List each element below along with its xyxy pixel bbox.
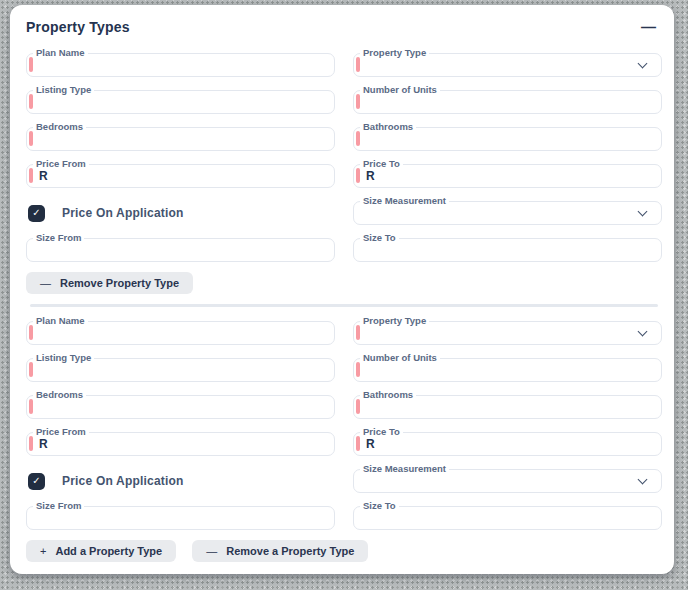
listing-type-label: Listing Type <box>33 353 94 363</box>
size-to-field: Size To <box>353 506 662 530</box>
remove-a-property-type-button[interactable]: — Remove a Property Type <box>192 540 368 562</box>
number-of-units-field: Number of Units <box>353 90 662 114</box>
bathrooms-label: Bathrooms <box>360 390 416 400</box>
price-on-application-row: ✓ Price On Application <box>26 201 335 225</box>
required-marker <box>356 436 360 451</box>
bedrooms-label: Bedrooms <box>33 122 86 132</box>
section-divider <box>30 304 658 307</box>
remove-a-property-type-button-label: Remove a Property Type <box>226 545 354 557</box>
footer-actions: + Add a Property Type — Remove a Propert… <box>26 540 662 562</box>
price-from-label: Price From <box>33 427 89 437</box>
required-marker <box>356 131 360 146</box>
bathrooms-field: Bathrooms <box>353 127 662 151</box>
page-title: Property Types <box>26 19 130 35</box>
add-property-type-button-label: Add a Property Type <box>55 545 162 557</box>
property-type-select[interactable]: Property Type <box>353 321 662 345</box>
property-type-label: Property Type <box>360 316 429 326</box>
size-from-label: Size From <box>33 501 84 511</box>
plan-name-label: Plan Name <box>33 316 88 326</box>
bedrooms-field: Bedrooms <box>26 127 335 151</box>
price-from-label: Price From <box>33 159 89 169</box>
price-to-label: Price To <box>360 427 403 437</box>
bedrooms-field: Bedrooms <box>26 395 335 419</box>
number-of-units-field: Number of Units <box>353 358 662 382</box>
size-from-field: Size From <box>26 506 335 530</box>
remove-property-type-button[interactable]: — Remove Property Type <box>26 272 193 294</box>
size-measurement-select[interactable]: Size Measurement <box>353 201 662 225</box>
minus-icon: — <box>206 545 217 557</box>
required-marker <box>29 325 33 340</box>
required-marker <box>29 131 33 146</box>
listing-type-field: Listing Type <box>26 358 335 382</box>
size-to-input[interactable] <box>353 506 662 530</box>
number-of-units-label: Number of Units <box>360 85 440 95</box>
property-type-section: Plan Name Property Type Listing Type Num… <box>26 321 662 530</box>
price-from-field: Price From <box>26 164 335 188</box>
price-from-field: Price From <box>26 432 335 456</box>
bathrooms-field: Bathrooms <box>353 395 662 419</box>
size-measurement-label: Size Measurement <box>360 464 449 474</box>
size-from-field: Size From <box>26 238 335 262</box>
size-to-field: Size To <box>353 238 662 262</box>
listing-type-field: Listing Type <box>26 90 335 114</box>
price-on-application-row: ✓ Price On Application <box>26 469 335 493</box>
price-to-field: Price To <box>353 164 662 188</box>
remove-property-type-button-label: Remove Property Type <box>60 277 179 289</box>
price-on-application-checkbox[interactable]: ✓ <box>28 473 45 490</box>
minus-icon: — <box>40 277 51 289</box>
collapse-icon[interactable]: — <box>641 21 656 33</box>
bedrooms-label: Bedrooms <box>33 390 86 400</box>
price-on-application-label: Price On Application <box>62 206 184 220</box>
required-marker <box>29 399 33 414</box>
add-property-type-button[interactable]: + Add a Property Type <box>26 540 176 562</box>
required-marker <box>356 362 360 377</box>
required-marker <box>356 399 360 414</box>
size-from-label: Size From <box>33 233 84 243</box>
required-marker <box>29 94 33 109</box>
property-type-section: Plan Name Property Type Listing Type Num… <box>26 53 662 294</box>
check-icon: ✓ <box>32 476 40 486</box>
property-type-select[interactable]: Property Type <box>353 53 662 77</box>
price-to-label: Price To <box>360 159 403 169</box>
required-marker <box>356 168 360 183</box>
plan-name-label: Plan Name <box>33 48 88 58</box>
check-icon: ✓ <box>32 208 40 218</box>
listing-type-label: Listing Type <box>33 85 94 95</box>
required-marker <box>356 94 360 109</box>
size-measurement-label: Size Measurement <box>360 196 449 206</box>
price-on-application-checkbox[interactable]: ✓ <box>28 205 45 222</box>
plan-name-field: Plan Name <box>26 53 335 77</box>
size-to-label: Size To <box>360 233 399 243</box>
required-marker <box>356 57 360 72</box>
plus-icon: + <box>40 545 46 557</box>
plan-name-field: Plan Name <box>26 321 335 345</box>
card-header: Property Types — <box>26 15 662 35</box>
required-marker <box>356 325 360 340</box>
size-measurement-select[interactable]: Size Measurement <box>353 469 662 493</box>
price-on-application-label: Price On Application <box>62 474 184 488</box>
required-marker <box>29 436 33 451</box>
size-to-label: Size To <box>360 501 399 511</box>
required-marker <box>29 57 33 72</box>
size-to-input[interactable] <box>353 238 662 262</box>
property-type-label: Property Type <box>360 48 429 58</box>
required-marker <box>29 362 33 377</box>
bathrooms-label: Bathrooms <box>360 122 416 132</box>
number-of-units-label: Number of Units <box>360 353 440 363</box>
price-to-field: Price To <box>353 432 662 456</box>
required-marker <box>29 168 33 183</box>
property-types-card: Property Types — Plan Name Property Type… <box>10 5 674 574</box>
